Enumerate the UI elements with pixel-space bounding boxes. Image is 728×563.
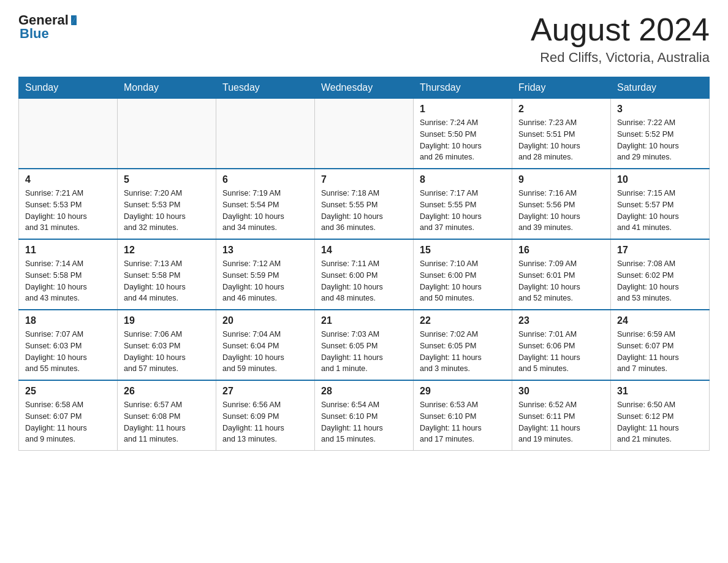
calendar-cell: 9Sunrise: 7:16 AMSunset: 5:56 PMDaylight…: [512, 169, 611, 239]
day-info: Sunrise: 7:19 AMSunset: 5:54 PMDaylight:…: [222, 188, 308, 234]
calendar-cell: 10Sunrise: 7:15 AMSunset: 5:57 PMDayligh…: [611, 169, 710, 239]
calendar-cell: 25Sunrise: 6:58 AMSunset: 6:07 PMDayligh…: [19, 380, 118, 451]
day-number: 1: [420, 104, 506, 115]
day-info: Sunrise: 6:56 AMSunset: 6:09 PMDaylight:…: [222, 399, 308, 445]
col-header-saturday: Saturday: [611, 77, 710, 99]
day-info: Sunrise: 7:16 AMSunset: 5:56 PMDaylight:…: [518, 188, 604, 234]
calendar-cell: 19Sunrise: 7:06 AMSunset: 6:03 PMDayligh…: [118, 310, 216, 380]
day-info: Sunrise: 7:15 AMSunset: 5:57 PMDaylight:…: [617, 188, 703, 234]
day-number: 18: [25, 315, 111, 326]
day-number: 20: [222, 315, 308, 326]
day-info: Sunrise: 6:53 AMSunset: 6:10 PMDaylight:…: [420, 399, 506, 445]
calendar-week-2: 4Sunrise: 7:21 AMSunset: 5:53 PMDaylight…: [19, 169, 710, 239]
page-header: General Blue August 2024 Red Cliffs, Vic…: [18, 12, 710, 66]
day-number: 31: [617, 386, 703, 397]
day-number: 10: [617, 174, 703, 185]
calendar-header-row: SundayMondayTuesdayWednesdayThursdayFrid…: [19, 77, 710, 99]
day-number: 7: [321, 174, 407, 185]
calendar-cell: 12Sunrise: 7:13 AMSunset: 5:58 PMDayligh…: [118, 239, 216, 310]
calendar-cell: 24Sunrise: 6:59 AMSunset: 6:07 PMDayligh…: [611, 310, 710, 380]
day-info: Sunrise: 7:22 AMSunset: 5:52 PMDaylight:…: [617, 117, 703, 163]
calendar-cell: 16Sunrise: 7:09 AMSunset: 6:01 PMDayligh…: [512, 239, 611, 310]
day-info: Sunrise: 7:13 AMSunset: 5:58 PMDaylight:…: [124, 258, 210, 304]
calendar-cell: 27Sunrise: 6:56 AMSunset: 6:09 PMDayligh…: [216, 380, 315, 451]
calendar-cell: 8Sunrise: 7:17 AMSunset: 5:55 PMDaylight…: [414, 169, 512, 239]
day-info: Sunrise: 6:58 AMSunset: 6:07 PMDaylight:…: [25, 399, 111, 445]
logo-blue: Blue: [20, 26, 49, 42]
day-number: 27: [222, 386, 308, 397]
calendar-cell: 4Sunrise: 7:21 AMSunset: 5:53 PMDaylight…: [19, 169, 118, 239]
calendar-cell: [216, 99, 315, 169]
day-info: Sunrise: 7:09 AMSunset: 6:01 PMDaylight:…: [518, 258, 604, 304]
day-number: 30: [518, 386, 604, 397]
calendar-cell: [118, 99, 216, 169]
day-number: 14: [321, 245, 407, 256]
day-info: Sunrise: 6:59 AMSunset: 6:07 PMDaylight:…: [617, 329, 703, 375]
day-number: 22: [420, 315, 506, 326]
month-title: August 2024: [531, 12, 710, 47]
day-number: 24: [617, 315, 703, 326]
calendar-cell: 23Sunrise: 7:01 AMSunset: 6:06 PMDayligh…: [512, 310, 611, 380]
day-number: 8: [420, 174, 506, 185]
day-number: 26: [124, 386, 210, 397]
day-number: 6: [222, 174, 308, 185]
day-info: Sunrise: 7:04 AMSunset: 6:04 PMDaylight:…: [222, 329, 308, 375]
day-number: 25: [25, 386, 111, 397]
day-number: 16: [518, 245, 604, 256]
calendar-week-5: 25Sunrise: 6:58 AMSunset: 6:07 PMDayligh…: [19, 380, 710, 451]
day-info: Sunrise: 7:21 AMSunset: 5:53 PMDaylight:…: [25, 188, 111, 234]
location: Red Cliffs, Victoria, Australia: [531, 50, 710, 66]
calendar-cell: [315, 99, 414, 169]
day-number: 11: [25, 245, 111, 256]
day-number: 23: [518, 315, 604, 326]
day-info: Sunrise: 7:02 AMSunset: 6:05 PMDaylight:…: [420, 329, 506, 375]
col-header-friday: Friday: [512, 77, 611, 99]
day-info: Sunrise: 7:23 AMSunset: 5:51 PMDaylight:…: [518, 117, 604, 163]
title-block: August 2024 Red Cliffs, Victoria, Austra…: [531, 12, 710, 66]
calendar-cell: 31Sunrise: 6:50 AMSunset: 6:12 PMDayligh…: [611, 380, 710, 451]
day-number: 29: [420, 386, 506, 397]
calendar-cell: 26Sunrise: 6:57 AMSunset: 6:08 PMDayligh…: [118, 380, 216, 451]
day-info: Sunrise: 7:07 AMSunset: 6:03 PMDaylight:…: [25, 329, 111, 375]
day-number: 5: [124, 174, 210, 185]
calendar-week-4: 18Sunrise: 7:07 AMSunset: 6:03 PMDayligh…: [19, 310, 710, 380]
calendar-cell: 15Sunrise: 7:10 AMSunset: 6:00 PMDayligh…: [414, 239, 512, 310]
calendar-cell: 6Sunrise: 7:19 AMSunset: 5:54 PMDaylight…: [216, 169, 315, 239]
col-header-tuesday: Tuesday: [216, 77, 315, 99]
col-header-thursday: Thursday: [414, 77, 512, 99]
day-info: Sunrise: 7:12 AMSunset: 5:59 PMDaylight:…: [222, 258, 308, 304]
calendar-cell: 17Sunrise: 7:08 AMSunset: 6:02 PMDayligh…: [611, 239, 710, 310]
day-info: Sunrise: 6:57 AMSunset: 6:08 PMDaylight:…: [124, 399, 210, 445]
day-number: 19: [124, 315, 210, 326]
logo: General Blue: [18, 12, 77, 42]
col-header-sunday: Sunday: [19, 77, 118, 99]
day-number: 2: [518, 104, 604, 115]
calendar-cell: 11Sunrise: 7:14 AMSunset: 5:58 PMDayligh…: [19, 239, 118, 310]
day-number: 9: [518, 174, 604, 185]
day-info: Sunrise: 7:03 AMSunset: 6:05 PMDaylight:…: [321, 329, 407, 375]
col-header-monday: Monday: [118, 77, 216, 99]
calendar-cell: 14Sunrise: 7:11 AMSunset: 6:00 PMDayligh…: [315, 239, 414, 310]
day-info: Sunrise: 6:52 AMSunset: 6:11 PMDaylight:…: [518, 399, 604, 445]
calendar-week-1: 1Sunrise: 7:24 AMSunset: 5:50 PMDaylight…: [19, 99, 710, 169]
day-number: 3: [617, 104, 703, 115]
day-number: 21: [321, 315, 407, 326]
calendar-table: SundayMondayTuesdayWednesdayThursdayFrid…: [18, 77, 710, 451]
day-info: Sunrise: 7:10 AMSunset: 6:00 PMDaylight:…: [420, 258, 506, 304]
day-info: Sunrise: 6:50 AMSunset: 6:12 PMDaylight:…: [617, 399, 703, 445]
day-info: Sunrise: 7:08 AMSunset: 6:02 PMDaylight:…: [617, 258, 703, 304]
calendar-week-3: 11Sunrise: 7:14 AMSunset: 5:58 PMDayligh…: [19, 239, 710, 310]
day-number: 13: [222, 245, 308, 256]
calendar-cell: 2Sunrise: 7:23 AMSunset: 5:51 PMDaylight…: [512, 99, 611, 169]
day-number: 4: [25, 174, 111, 185]
day-number: 17: [617, 245, 703, 256]
day-info: Sunrise: 7:24 AMSunset: 5:50 PMDaylight:…: [420, 117, 506, 163]
calendar-cell: 13Sunrise: 7:12 AMSunset: 5:59 PMDayligh…: [216, 239, 315, 310]
calendar-cell: 21Sunrise: 7:03 AMSunset: 6:05 PMDayligh…: [315, 310, 414, 380]
calendar-cell: 18Sunrise: 7:07 AMSunset: 6:03 PMDayligh…: [19, 310, 118, 380]
calendar-cell: 29Sunrise: 6:53 AMSunset: 6:10 PMDayligh…: [414, 380, 512, 451]
day-info: Sunrise: 7:20 AMSunset: 5:53 PMDaylight:…: [124, 188, 210, 234]
day-number: 28: [321, 386, 407, 397]
day-info: Sunrise: 7:01 AMSunset: 6:06 PMDaylight:…: [518, 329, 604, 375]
calendar-cell: 3Sunrise: 7:22 AMSunset: 5:52 PMDaylight…: [611, 99, 710, 169]
